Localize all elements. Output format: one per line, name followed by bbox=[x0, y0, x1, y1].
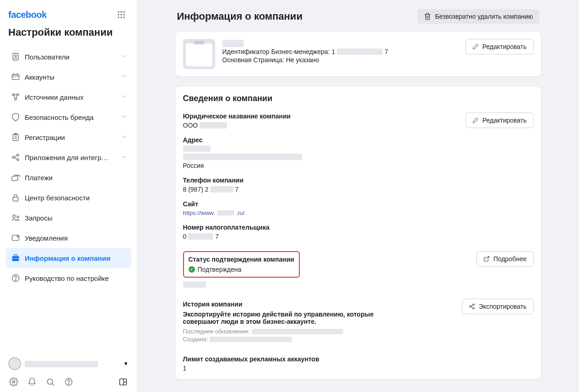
sidebar-item-label: Центр безопасности bbox=[25, 194, 128, 202]
sidebar-item-label: Информация о компании bbox=[25, 254, 128, 262]
address-label: Адрес bbox=[183, 136, 534, 144]
trash-icon bbox=[424, 13, 431, 20]
grid-icon bbox=[117, 11, 125, 19]
svg-point-22 bbox=[12, 156, 14, 158]
sidebar-item-label: Приложения для интегр… bbox=[25, 154, 121, 161]
edit-summary-button[interactable]: Редактировать bbox=[465, 39, 534, 54]
search-button[interactable] bbox=[45, 376, 56, 387]
verified-check-icon: ✓ bbox=[189, 266, 195, 273]
svg-point-41 bbox=[69, 384, 69, 384]
company-name-placeholder bbox=[222, 40, 244, 47]
export-history-button[interactable]: Экспортировать bbox=[462, 299, 533, 314]
account-switcher[interactable]: ▼ bbox=[5, 354, 131, 373]
sidebar-item-1[interactable]: Аккаунты bbox=[5, 67, 131, 87]
chevron-down-icon bbox=[121, 93, 128, 101]
svg-rect-31 bbox=[12, 235, 19, 241]
svg-point-0 bbox=[118, 11, 119, 12]
sidebar-collapse-icon bbox=[119, 377, 128, 387]
verification-extra-placeholder bbox=[183, 281, 206, 288]
svg-point-1 bbox=[120, 11, 122, 12]
apps-grid-button[interactable] bbox=[114, 7, 129, 22]
integrations-icon bbox=[9, 153, 22, 162]
svg-rect-28 bbox=[13, 197, 18, 201]
accounts-icon bbox=[9, 72, 22, 81]
pencil-icon bbox=[472, 117, 479, 124]
chevron-down-icon bbox=[121, 73, 128, 81]
clipboard-icon bbox=[9, 133, 22, 142]
svg-rect-27 bbox=[11, 176, 18, 181]
svg-line-26 bbox=[14, 158, 17, 159]
sidebar-item-6[interactable]: Платежи bbox=[5, 167, 131, 188]
facebook-logo: facebook bbox=[8, 10, 47, 20]
chevron-down-icon bbox=[121, 113, 128, 121]
sidebar-item-label: Регистрации bbox=[25, 134, 121, 141]
svg-line-49 bbox=[471, 305, 473, 306]
company-logo bbox=[183, 39, 215, 69]
help-circle-icon bbox=[64, 377, 73, 387]
sidebar-item-0[interactable]: Пользователи bbox=[5, 47, 131, 67]
phone-placeholder bbox=[211, 186, 233, 193]
pencil-icon bbox=[472, 43, 479, 50]
verification-status-label: Статус подтверждения компании bbox=[189, 256, 294, 263]
sidebar-heading: Настройки компании bbox=[8, 27, 129, 38]
edit-details-button[interactable]: Редактировать bbox=[465, 113, 534, 128]
address-line2-placeholder bbox=[183, 154, 302, 160]
svg-point-3 bbox=[118, 14, 119, 15]
main-page-value: Не указано bbox=[286, 56, 319, 64]
svg-point-32 bbox=[17, 236, 18, 237]
sidebar-item-7[interactable]: Центр безопасности bbox=[5, 188, 131, 208]
sidebar-item-label: Платежи bbox=[25, 174, 128, 182]
search-icon bbox=[46, 377, 55, 387]
sidebar-item-3[interactable]: Безопасность бренда bbox=[5, 107, 131, 127]
page-title: Информация о компании bbox=[177, 11, 303, 22]
site-suffix: .ru/ bbox=[236, 209, 245, 216]
site-prefix: https://www. bbox=[183, 209, 215, 216]
ad-account-limit-value: 1 bbox=[183, 365, 534, 372]
bell-icon bbox=[27, 377, 37, 387]
sidebar-item-8[interactable]: Запросы bbox=[5, 208, 131, 228]
verification-status-box: Статус подтверждения компании ✓ Подтверж… bbox=[183, 251, 300, 278]
help-circle-icon bbox=[9, 274, 22, 283]
svg-line-45 bbox=[486, 257, 489, 259]
sidebar-item-11[interactable]: Руководство по настройке bbox=[5, 268, 131, 288]
svg-line-39 bbox=[52, 384, 54, 386]
chevron-down-icon bbox=[121, 53, 128, 61]
svg-point-2 bbox=[123, 11, 124, 12]
svg-point-8 bbox=[123, 16, 124, 18]
history-last-update-placeholder bbox=[252, 329, 343, 334]
tax-id-placeholder bbox=[188, 233, 213, 240]
svg-point-44 bbox=[124, 381, 125, 382]
payments-icon bbox=[9, 173, 22, 182]
briefcase-icon bbox=[9, 253, 22, 263]
notifications-button[interactable] bbox=[27, 376, 38, 387]
verification-more-button[interactable]: Подробнее bbox=[476, 251, 534, 267]
chevron-down-icon bbox=[121, 134, 128, 141]
svg-point-23 bbox=[17, 154, 19, 156]
phone-label: Телефон компании bbox=[183, 177, 534, 184]
main-content: Информация о компании Безвозвратно удали… bbox=[137, 0, 579, 392]
help-button[interactable] bbox=[63, 376, 74, 387]
sidebar-item-4[interactable]: Регистрации bbox=[5, 127, 131, 147]
sidebar: facebook Настройки компании Пользователи… bbox=[0, 0, 137, 392]
chevron-down-icon bbox=[121, 154, 128, 161]
legal-name-prefix: ООО bbox=[183, 122, 198, 129]
sidebar-item-9[interactable]: Уведомления bbox=[5, 228, 131, 248]
settings-button[interactable] bbox=[8, 376, 19, 387]
company-summary-card: Идентификатор Бизнес-менеджера: 17 Основ… bbox=[175, 31, 541, 77]
users-icon bbox=[9, 52, 22, 61]
sidebar-item-2[interactable]: Источники данных bbox=[5, 87, 131, 107]
sidebar-item-5[interactable]: Приложения для интегр… bbox=[5, 147, 131, 167]
sidebar-item-label: Безопасность бренда bbox=[25, 113, 121, 121]
avatar bbox=[8, 357, 21, 370]
main-page-label: Основная Страница: bbox=[222, 56, 284, 64]
sidebar-item-label: Уведомления bbox=[25, 234, 128, 242]
tax-id-prefix: 0 bbox=[183, 233, 187, 240]
site-placeholder bbox=[217, 210, 234, 215]
panel-toggle-button[interactable] bbox=[118, 376, 129, 387]
svg-point-38 bbox=[47, 379, 53, 384]
history-created-placeholder bbox=[210, 337, 292, 342]
delete-company-button[interactable]: Безвозвратно удалить компанию bbox=[417, 9, 539, 24]
history-description: Экспортируйте историю действий по управл… bbox=[183, 311, 375, 325]
svg-point-29 bbox=[13, 215, 16, 218]
sidebar-item-10[interactable]: Информация о компании bbox=[5, 248, 131, 268]
